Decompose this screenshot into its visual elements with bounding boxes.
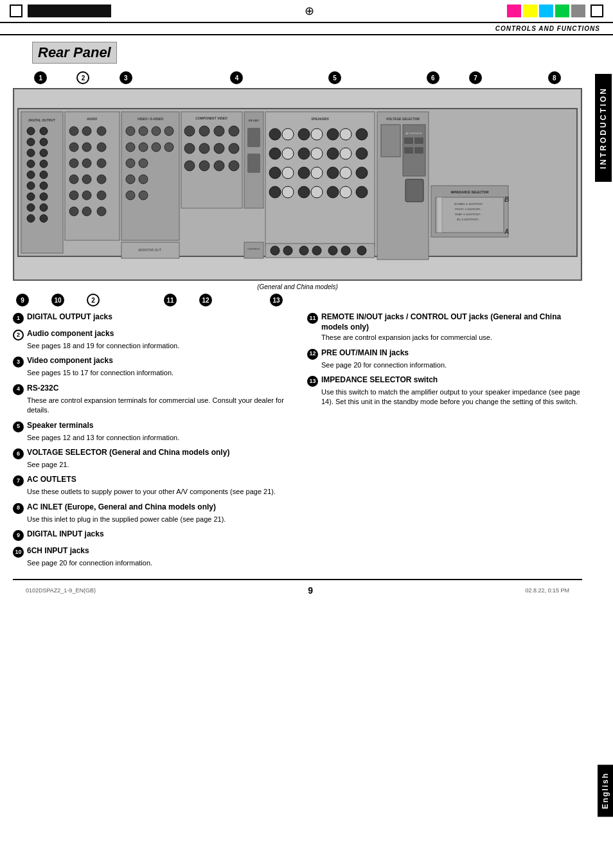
top-decorative-bar: ⊕ xyxy=(0,0,613,23)
desc-col-left: 1 DIGITAL OUTPUT jacks 2 Audio component… xyxy=(13,312,288,574)
svg-point-85 xyxy=(269,148,281,159)
svg-point-9 xyxy=(40,149,48,157)
svg-point-52 xyxy=(126,159,135,168)
callout-10: 10 xyxy=(51,294,64,306)
desc-head-13: 13 IMPEDANCE SELECTOR switch xyxy=(307,375,582,387)
svg-text:VIDEO / S-VIDEO: VIDEO / S-VIDEO xyxy=(138,117,163,121)
svg-point-38 xyxy=(97,191,106,200)
body-main: 1 2 3 4 5 6 7 8 xyxy=(0,67,595,601)
svg-point-137 xyxy=(357,246,366,255)
svg-point-103 xyxy=(327,186,339,198)
callout-8: 8 xyxy=(548,71,561,84)
svg-point-89 xyxy=(327,148,339,159)
desc-title-10: 6CH INPUT jacks xyxy=(27,546,89,556)
svg-point-31 xyxy=(82,159,91,168)
desc-title-13: IMPEDANCE SELECTOR switch xyxy=(321,375,438,385)
desc-head-9: 9 DIGITAL INPUT jacks xyxy=(13,529,288,541)
desc-num-4: 4 xyxy=(13,384,24,395)
desc-body-12: See page 20 for connection information. xyxy=(321,360,582,370)
svg-point-136 xyxy=(341,246,350,255)
svg-point-99 xyxy=(269,186,281,198)
svg-point-132 xyxy=(283,246,292,255)
callout-2b: 2 xyxy=(87,294,100,306)
desc-num-1: 1 xyxy=(13,313,24,324)
footer-center: 9 xyxy=(308,585,313,596)
callout-12: 12 xyxy=(199,294,212,306)
callout-6: 6 xyxy=(427,71,440,84)
svg-point-88 xyxy=(311,148,323,159)
desc-title-11: REMOTE IN/OUT jacks / CONTROL OUT jacks … xyxy=(321,312,582,332)
svg-point-91 xyxy=(356,148,368,159)
svg-text:4Ω: 4-16Ω/FRONT...: 4Ω: 4-16Ω/FRONT... xyxy=(457,218,480,221)
svg-text:RS-232C: RS-232C xyxy=(249,119,260,122)
section-header: CONTROLS AND FUNCTIONS xyxy=(0,23,613,35)
desc-num-8: 8 xyxy=(13,503,24,514)
desc-head-10: 10 6CH INPUT jacks xyxy=(13,546,288,558)
svg-point-7 xyxy=(40,138,48,146)
svg-point-66 xyxy=(214,143,224,154)
right-sidebar: INTRODUCTION xyxy=(595,67,613,601)
svg-text:FRONT: 6-16Ω/SURR...: FRONT: 6-16Ω/SURR... xyxy=(455,208,483,211)
svg-point-4 xyxy=(27,127,35,135)
svg-text:MONITOR OUT: MONITOR OUT xyxy=(138,248,161,252)
color-blocks xyxy=(507,4,585,17)
svg-point-101 xyxy=(298,186,310,198)
svg-point-60 xyxy=(184,126,195,136)
desc-title-8: AC INLET (Europe, General and China mode… xyxy=(27,502,216,513)
footer-right: 02.8.22, 0:15 PM xyxy=(525,587,569,594)
top-left-corner xyxy=(10,4,22,17)
svg-point-87 xyxy=(298,148,310,159)
desc-title-7: AC OUTLETS xyxy=(27,475,76,485)
desc-item-7: 7 AC OUTLETS Use these outlets to supply… xyxy=(13,475,288,497)
svg-rect-123 xyxy=(437,197,442,233)
rear-panel-diagram: DIGITAL OUTPUT xyxy=(13,88,582,281)
svg-point-79 xyxy=(282,128,294,140)
svg-point-47 xyxy=(164,127,173,136)
svg-point-102 xyxy=(311,186,323,198)
svg-point-51 xyxy=(164,143,173,152)
top-black-bar xyxy=(28,4,111,17)
callout-11: 11 xyxy=(164,294,177,306)
svg-point-30 xyxy=(69,159,78,168)
callout-7: 7 xyxy=(469,71,482,84)
svg-point-71 xyxy=(229,161,239,171)
svg-point-134 xyxy=(312,246,321,255)
desc-item-2: 2 Audio component jacks See pages 18 and… xyxy=(13,329,288,351)
svg-point-16 xyxy=(27,193,35,200)
color-block-blue xyxy=(539,4,553,17)
desc-num-6: 6 xyxy=(13,448,24,459)
svg-point-92 xyxy=(269,167,281,179)
svg-point-54 xyxy=(126,175,135,184)
desc-item-11: 11 REMOTE IN/OUT jacks / CONTROL OUT jac… xyxy=(307,312,582,343)
desc-num-10: 10 xyxy=(13,547,24,558)
svg-point-81 xyxy=(311,128,323,140)
svg-point-84 xyxy=(356,128,368,140)
desc-title-9: DIGITAL INPUT jacks xyxy=(27,529,104,540)
desc-body-3: See pages 15 to 17 for connection inform… xyxy=(27,368,288,378)
svg-point-64 xyxy=(184,143,195,154)
svg-point-94 xyxy=(298,167,310,179)
footer-strip: 0102DSPAZ2_1-9_EN(GB) 9 02.8.22, 0:15 PM xyxy=(13,579,582,601)
svg-point-25 xyxy=(82,127,91,136)
color-block-pink xyxy=(507,4,521,17)
svg-point-68 xyxy=(184,161,195,171)
svg-point-19 xyxy=(40,204,48,211)
svg-rect-115 xyxy=(405,179,423,202)
desc-title-4: RS-232C xyxy=(27,384,58,394)
svg-text:COMPONENT VIDEO: COMPONENT VIDEO xyxy=(195,116,227,120)
top-right-corner xyxy=(591,4,603,17)
page-wrapper: ⊕ CONTROLS AND FUNCTIONS Rear Panel 1 2 … xyxy=(0,0,613,868)
svg-point-131 xyxy=(271,246,280,255)
descriptions-grid: 1 DIGITAL OUTPUT jacks 2 Audio component… xyxy=(13,312,582,574)
svg-point-78 xyxy=(269,128,281,140)
svg-point-27 xyxy=(69,143,78,152)
svg-point-93 xyxy=(282,167,294,179)
desc-body-5: See pages 12 and 13 for connection infor… xyxy=(27,433,288,443)
svg-point-67 xyxy=(229,143,239,154)
desc-body-6: See page 21. xyxy=(27,460,288,470)
svg-point-70 xyxy=(214,161,224,171)
svg-point-69 xyxy=(199,161,209,171)
svg-point-34 xyxy=(82,175,91,184)
desc-head-12: 12 PRE OUT/MAIN IN jacks xyxy=(307,348,582,360)
svg-point-10 xyxy=(27,160,35,168)
